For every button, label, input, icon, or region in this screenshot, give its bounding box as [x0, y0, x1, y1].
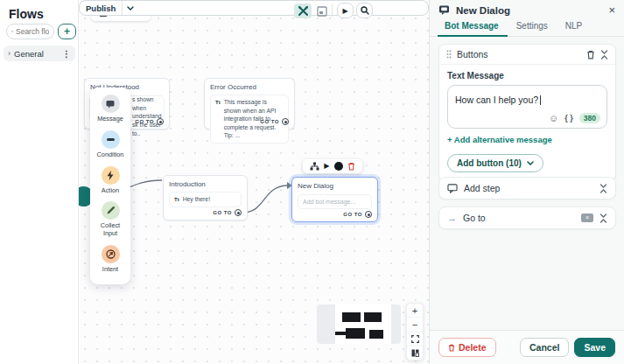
node-body-text: s shown when understand sk the user to.. — [132, 95, 169, 138]
go-to-card[interactable]: → Go to × — [438, 206, 616, 229]
textarea-tools: ☺ { } 380 — [549, 113, 600, 123]
palette-item-message[interactable]: Message — [93, 94, 128, 123]
condition-icon — [102, 130, 120, 149]
add-button-dropdown[interactable]: Add button (10) — [447, 154, 543, 172]
panel-tabs: Bot Message Settings NLP — [430, 18, 624, 37]
flow-search-input[interactable] — [16, 27, 49, 36]
play-from-node-icon[interactable]: ▶ — [324, 163, 329, 170]
play-button[interactable]: ▶ — [337, 3, 354, 18]
clear-go-to-icon[interactable]: × — [581, 214, 593, 222]
goto-port[interactable] — [282, 118, 289, 125]
text-type-icon: Tt — [215, 99, 221, 106]
panel-header: New Dialog × — [430, 0, 624, 18]
collapse-icon[interactable] — [599, 214, 607, 223]
goto-port[interactable] — [157, 118, 164, 125]
publish-dropdown-button[interactable] — [123, 6, 138, 10]
chevron-down-icon — [527, 161, 534, 165]
minimap-wire — [335, 332, 346, 335]
chevron-right-icon: › — [8, 49, 11, 58]
publish-button[interactable]: Publish — [80, 4, 122, 13]
go-to-arrow-icon: → — [447, 214, 457, 223]
node-message-placeholder[interactable]: Add bot message... — [298, 194, 372, 209]
node-palette: Message Condition Action — [90, 88, 130, 284]
buttons-card-title: Buttons — [457, 49, 581, 60]
palette-item-action[interactable]: Action — [93, 166, 128, 195]
collapse-icon[interactable] — [599, 184, 607, 193]
delete-button[interactable]: Delete — [438, 338, 496, 357]
search-icon — [11, 28, 13, 35]
panel-footer: Delete Cancel Save — [430, 330, 624, 364]
add-flow-button[interactable]: + — [58, 24, 76, 39]
add-step-card[interactable]: Add step — [438, 177, 616, 200]
sidebar-item-general[interactable]: › General ⋮ — [4, 46, 75, 61]
add-step-label: Add step — [464, 183, 593, 193]
flow-search — [6, 24, 54, 39]
node-new-dialog[interactable]: New Dialog Add bot message... GO TO — [291, 177, 378, 222]
sitemap-icon[interactable] — [310, 162, 319, 171]
kebab-menu-icon[interactable]: ⋮ — [62, 49, 71, 59]
minimap[interactable] — [317, 304, 401, 344]
chat-icon — [447, 184, 458, 193]
intent-icon — [102, 245, 120, 263]
goto-port[interactable] — [235, 209, 242, 216]
zoom-out-button[interactable]: − — [407, 318, 423, 332]
flows-sidebar: Flows + › General ⋮ — [0, 0, 79, 364]
tools-button[interactable] — [294, 4, 312, 18]
buttons-card-header: Buttons — [439, 45, 615, 65]
panel-title: New Dialog — [456, 5, 602, 16]
emoji-icon[interactable]: ☺ — [549, 114, 558, 123]
zoom-in-button[interactable]: + — [407, 304, 423, 318]
fit-view-button[interactable] — [407, 332, 423, 346]
tab-bot-message[interactable]: Bot Message — [445, 21, 499, 36]
trash-icon — [448, 344, 455, 352]
delete-node-icon[interactable] — [347, 162, 355, 171]
text-message-value: How can I help you? — [455, 94, 538, 105]
save-button[interactable]: Save — [574, 338, 615, 357]
node-title: Introduction — [169, 180, 242, 188]
close-icon[interactable]: × — [608, 4, 615, 16]
minimap-node — [342, 312, 361, 322]
dialog-icon — [438, 4, 450, 16]
plus-icon: + — [412, 305, 417, 316]
canvas-toolbar: ▶ Publish — [79, 0, 429, 23]
toolbar-divider — [332, 4, 333, 17]
frame-button[interactable] — [314, 4, 329, 18]
node-error-occurred[interactable]: Error Occurred Tt This message is shown … — [204, 78, 295, 130]
go-to-label: Go to — [463, 213, 575, 223]
goto-port[interactable] — [365, 211, 372, 218]
node-title: Error Occurred — [210, 83, 289, 91]
node-title: New Dialog — [298, 182, 372, 190]
play-icon: ▶ — [342, 7, 347, 15]
text-caret — [540, 95, 541, 105]
sidebar-title: Flows — [9, 7, 78, 21]
palette-item-intent[interactable]: Intent — [93, 245, 128, 274]
search-canvas-button[interactable] — [356, 3, 373, 18]
node-inspector-panel: New Dialog × Bot Message Settings NLP Bu… — [429, 0, 624, 364]
cancel-button[interactable]: Cancel — [520, 338, 569, 357]
node-goto: GO TO — [260, 118, 289, 125]
tab-settings[interactable]: Settings — [516, 21, 548, 36]
publish-split-button: Publish — [79, 0, 429, 16]
variables-icon[interactable]: { } — [564, 114, 573, 122]
tab-nlp[interactable]: NLP — [565, 21, 582, 36]
text-message-input[interactable]: How can I help you? ☺ { } 380 — [447, 85, 607, 129]
chevron-down-icon — [127, 6, 134, 10]
palette-item-collect-input[interactable]: Collect Input — [93, 201, 128, 238]
trash-icon[interactable] — [586, 50, 595, 60]
char-count-badge: 380 — [579, 113, 600, 123]
search-icon — [361, 6, 369, 15]
collect-input-icon — [102, 201, 120, 220]
node-goto: GO TO — [213, 209, 242, 216]
layout-icon — [411, 349, 419, 357]
collapse-icon[interactable] — [600, 50, 608, 60]
flow-canvas[interactable]: General ▶ — [79, 0, 429, 364]
flow-builder-app: General ▶ — [0, 0, 624, 364]
toggle-minimap-button[interactable] — [407, 346, 423, 360]
node-introduction[interactable]: Introduction Tt Hey there! GO TO — [163, 175, 248, 220]
drag-handle-icon[interactable] — [446, 50, 452, 59]
minimap-node — [346, 328, 365, 339]
message-icon — [102, 94, 120, 113]
add-alternative-link[interactable]: + Add alternative message — [447, 135, 607, 144]
color-dot-icon[interactable] — [334, 162, 343, 171]
palette-item-condition[interactable]: Condition — [93, 130, 128, 159]
